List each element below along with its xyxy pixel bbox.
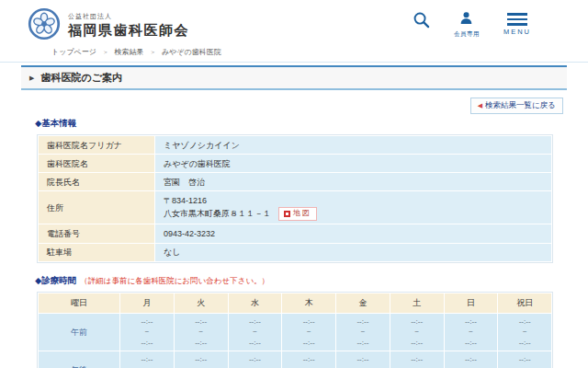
day-column-header: 木 [282, 293, 336, 313]
breadcrumb-link-results[interactable]: 検索結果 [114, 48, 143, 56]
search-icon [413, 11, 430, 32]
hours-header-row-el: 曜日 月火水木金土日祝日 [39, 293, 552, 313]
hours-cell: --:--~--:-- [120, 351, 175, 368]
hours-cell: --:--~--:-- [228, 351, 282, 368]
row-label: 駐車場 [39, 243, 155, 261]
basic-info-heading: ◆基本情報 [35, 118, 588, 130]
table-row: 駐車場 なし [39, 243, 552, 261]
hours-cell: --:--~--:-- [228, 313, 282, 351]
hours-cell: --:--~--:-- [336, 313, 390, 351]
association-logo-icon [28, 7, 61, 44]
basic-info-table-wrap: 歯科医院名フリガナ ミヤゾノシカイイン 歯科医院名 みやぞの歯科医院 院長氏名 … [37, 134, 553, 263]
map-icon [284, 211, 290, 217]
day-column-header: 水 [228, 293, 282, 313]
site-logo-link[interactable]: 公益社団法人 福岡県歯科医師会 [28, 7, 189, 44]
brand-text: 公益社団法人 福岡県歯科医師会 [68, 12, 189, 40]
hours-heading: ◆診療時間（詳細は事前に各歯科医院にお問い合わせ下さい。） [35, 275, 588, 287]
header: 公益社団法人 福岡県歯科医師会 [0, 0, 588, 44]
hours-cell: --:--~--:-- [282, 313, 336, 351]
table-row-address: 住所 〒834-1216 八女市黒木町桑原８１１－１ 地図 [39, 191, 552, 224]
hours-heading-text: ◆診療時間 [35, 275, 76, 285]
member-area-label: 会員専用 [454, 30, 480, 39]
hours-cell: --:--~--:-- [174, 313, 228, 351]
hours-note: （詳細は事前に各歯科医院にお問い合わせ下さい。） [80, 276, 269, 285]
hours-cell: --:--~--:-- [444, 351, 498, 368]
table-row: 歯科医院名フリガナ ミヤゾノシカイイン [39, 136, 552, 155]
page-title-bar: ▶ 歯科医院のご案内 [21, 65, 567, 90]
breadcrumb-separator: ＞ [150, 49, 156, 55]
day-column-header: 土 [390, 293, 444, 313]
back-row: ◀検索結果一覧に戻る [0, 95, 563, 109]
hours-cell: --:--~--:-- [390, 351, 444, 368]
hours-cell: --:--~--:-- [444, 313, 498, 351]
row-label: 電話番号 [39, 224, 155, 243]
day-column-header: 金 [336, 293, 390, 313]
row-value: ミヤゾノシカイイン [155, 136, 552, 155]
row-value-address: 〒834-1216 八女市黒木町桑原８１１－１ 地図 [155, 191, 552, 224]
back-link-label: 検索結果一覧に戻る [485, 100, 556, 109]
breadcrumb: トップページ ＞ 検索結果 ＞ みやぞの歯科医院 [51, 45, 588, 62]
org-type-label: 公益社団法人 [68, 12, 189, 21]
hours-cell: --:--~--:-- [174, 351, 228, 368]
search-button[interactable] [413, 11, 430, 39]
title-arrow-icon: ▶ [29, 75, 34, 81]
hours-cell: --:--~--:-- [282, 351, 336, 368]
row-label: 歯科医院名 [39, 155, 155, 173]
member-area-button[interactable]: 会員専用 [454, 11, 480, 39]
hours-cell: --:--~--:-- [336, 351, 390, 368]
page-title: 歯科医院のご案内 [40, 71, 122, 85]
hours-row-label: 午後 [39, 351, 120, 368]
row-label: 歯科医院名フリガナ [39, 136, 155, 155]
breadcrumb-separator: ＞ [102, 49, 108, 55]
day-column-header: 日 [444, 293, 498, 313]
table-row: 歯科医院名 みやぞの歯科医院 [39, 155, 552, 173]
row-label: 院長氏名 [39, 173, 155, 191]
day-column-header: 火 [174, 293, 228, 313]
map-button-label: 地図 [293, 209, 311, 219]
menu-label: MENU [503, 28, 531, 36]
breadcrumb-current: みやぞの歯科医院 [162, 48, 221, 56]
table-row: 電話番号 0943-42-3232 [39, 224, 552, 243]
back-to-results-link[interactable]: ◀検索結果一覧に戻る [470, 98, 563, 114]
back-arrow-icon: ◀ [478, 102, 482, 109]
table-row: 院長氏名 宮園 啓治 [39, 173, 552, 191]
day-column-header: 祝日 [498, 293, 552, 313]
row-label: 住所 [39, 191, 155, 224]
hours-table-wrap: 曜日 月火水木金土日祝日 午前--:--~--:----:--~--:----:… [37, 292, 553, 368]
page: 公益社団法人 福岡県歯科医師会 [0, 0, 588, 368]
member-person-icon [459, 11, 473, 29]
hours-row: 午前--:--~--:----:--~--:----:--~--:----:--… [39, 313, 552, 351]
hours-cell: --:--~--:-- [498, 313, 552, 351]
hours-cell: --:--~--:-- [120, 313, 175, 351]
hours-row: 午後--:--~--:----:--~--:----:--~--:----:--… [39, 351, 552, 368]
map-button[interactable]: 地図 [278, 207, 317, 221]
hours-cell: --:--~--:-- [390, 313, 444, 351]
address-text: 八女市黒木町桑原８１１－１ [164, 208, 271, 219]
breadcrumb-link-home[interactable]: トップページ [51, 48, 96, 56]
row-value: 宮園 啓治 [155, 173, 552, 191]
menu-button[interactable]: MENU [503, 11, 531, 39]
basic-info-heading-text: ◆基本情報 [35, 118, 76, 128]
header-actions: 会員専用 MENU [413, 11, 531, 39]
day-column-header: 月 [120, 293, 175, 313]
hours-cell: --:--~--:-- [498, 351, 552, 368]
day-column-header: 曜日 [39, 293, 120, 313]
hours-row-label: 午前 [39, 313, 120, 351]
row-value: なし [155, 243, 552, 261]
hours-table: 曜日 月火水木金土日祝日 午前--:--~--:----:--~--:----:… [38, 293, 552, 368]
header-divider [0, 62, 588, 63]
site-title: 福岡県歯科医師会 [68, 22, 189, 40]
row-value: みやぞの歯科医院 [155, 155, 552, 173]
row-value: 0943-42-3232 [155, 224, 552, 243]
basic-info-table: 歯科医院名フリガナ ミヤゾノシカイイン 歯科医院名 みやぞの歯科医院 院長氏名 … [38, 135, 552, 262]
hamburger-icon [507, 11, 527, 26]
postal-code: 〒834-1216 [164, 195, 543, 206]
